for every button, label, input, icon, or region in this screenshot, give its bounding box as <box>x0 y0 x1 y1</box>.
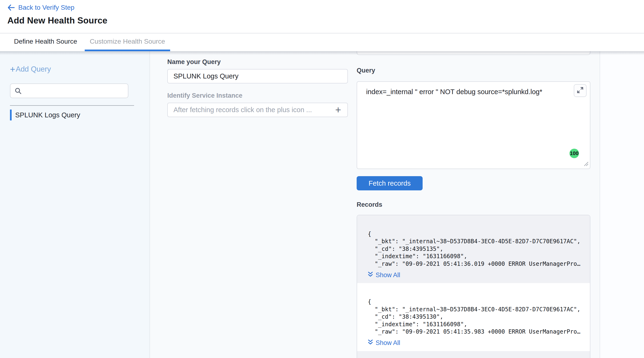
records-count-badge: 100 <box>570 149 579 158</box>
sidebar-divider <box>10 105 134 106</box>
connector-field-partial[interactable] <box>357 51 590 55</box>
query-name-input[interactable] <box>167 69 348 83</box>
identify-service-instance-label: Identify Service Instance <box>167 92 348 99</box>
query-form-column: Name your Query Identify Service Instanc… <box>167 51 348 358</box>
record-json: { "_bkt": "_internal~38~D537D8B4-3EC0-4D… <box>368 230 580 268</box>
back-to-verify-step-link[interactable]: Back to Verify Step <box>7 4 74 11</box>
back-arrow-icon <box>7 4 15 11</box>
main-panel: Name your Query Identify Service Instanc… <box>150 51 600 358</box>
query-label: Query <box>357 67 590 74</box>
record-row: { "_bkt": "_internal~38~D537D8B4-3EC0-4D… <box>357 283 590 351</box>
service-instance-input[interactable] <box>167 103 348 117</box>
fetch-records-button[interactable]: Fetch records <box>357 176 422 190</box>
page-header: Back to Verify Step Add New Health Sourc… <box>0 0 644 33</box>
expand-icon <box>577 87 584 94</box>
records-panel: { "_bkt": "_internal~38~D537D8B4-3EC0-4D… <box>357 215 590 358</box>
query-editor[interactable]: index=_internal " error " NOT debug sour… <box>357 81 590 169</box>
double-chevron-down-icon <box>368 339 373 347</box>
record-json: { "_bkt": "_internal~38~D537D8B4-3EC0-4D… <box>368 298 580 336</box>
double-chevron-down-icon <box>368 271 373 279</box>
record-row <box>357 351 590 358</box>
query-results-column: Query index=_internal " error " NOT debu… <box>357 51 590 358</box>
sidebar-item-splunk-logs-query[interactable]: SPLUNK Logs Query <box>10 109 150 120</box>
show-all-label: Show All <box>376 339 400 347</box>
right-margin-strip <box>600 51 644 358</box>
query-search <box>10 83 128 98</box>
plus-icon: + <box>10 65 15 74</box>
show-all-link[interactable]: Show All <box>368 272 400 279</box>
tab-define-health-source[interactable]: Define Health Source <box>9 33 82 51</box>
query-sidebar: + Add Query SPLUNK Logs Query <box>0 51 150 358</box>
page-title: Add New Health Source <box>7 16 634 25</box>
expand-query-button[interactable] <box>574 84 586 97</box>
back-link-label: Back to Verify Step <box>18 4 74 11</box>
record-row: { "_bkt": "_internal~38~D537D8B4-3EC0-4D… <box>357 215 590 283</box>
show-all-link[interactable]: Show All <box>368 340 400 347</box>
add-query-label: Add Query <box>16 65 51 73</box>
content-area: + Add Query SPLUNK Logs Query Name your … <box>0 51 644 358</box>
search-input[interactable] <box>10 83 128 98</box>
query-item-label: SPLUNK Logs Query <box>15 111 80 119</box>
tab-customize-health-source[interactable]: Customize Health Source <box>85 33 170 51</box>
records-label: Records <box>357 201 590 208</box>
service-instance-plus-icon[interactable]: + <box>333 105 344 115</box>
name-your-query-label: Name your Query <box>167 58 348 66</box>
add-query-button[interactable]: + Add Query <box>10 64 51 74</box>
tab-bar: Define Health Source Customize Health So… <box>0 33 644 51</box>
show-all-label: Show All <box>376 272 400 279</box>
resize-handle[interactable] <box>583 161 589 167</box>
query-text[interactable]: index=_internal " error " NOT debug sour… <box>366 88 575 96</box>
